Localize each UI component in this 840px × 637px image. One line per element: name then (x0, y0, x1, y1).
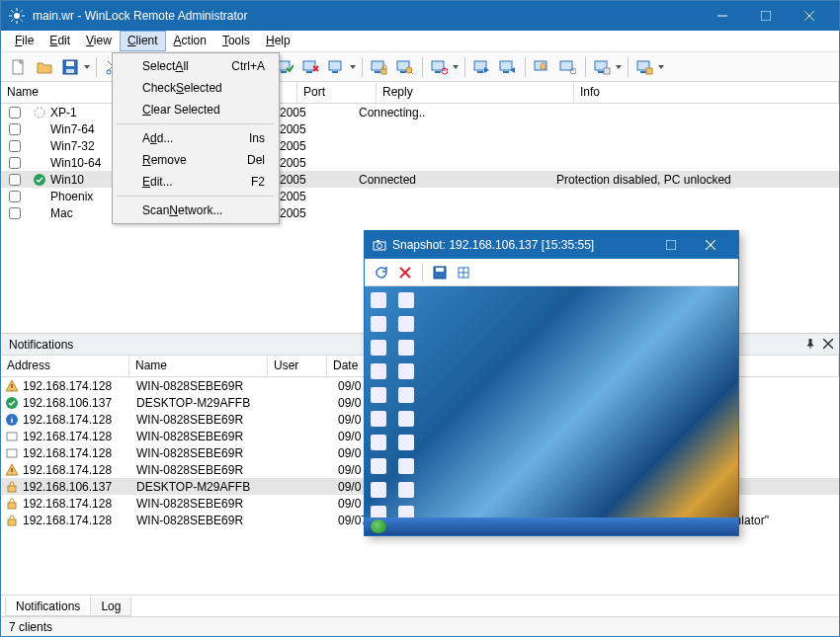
shutdown-button[interactable] (427, 55, 451, 79)
notif-name: WIN-0828SEBE69R (136, 497, 275, 511)
client-checkbox[interactable] (9, 157, 21, 169)
menu-file[interactable]: File (7, 31, 42, 51)
settings-dropdown[interactable] (614, 55, 624, 79)
send-button[interactable] (469, 55, 493, 79)
client-checkbox[interactable] (9, 107, 21, 119)
profiles-button[interactable] (632, 55, 656, 79)
notif-address: 192.168.106.137 (23, 396, 136, 410)
menu-help[interactable]: Help (258, 31, 298, 51)
save-snapshot-icon[interactable] (429, 262, 451, 283)
col-info[interactable]: Info (574, 82, 839, 103)
open-button[interactable] (33, 55, 56, 79)
notif-name: DESKTOP-M29AFFB (136, 480, 275, 494)
remote-taskbar (365, 518, 738, 535)
client-dropdown: Select AllCtrl+A Check Selected Clear Se… (112, 52, 280, 224)
ncol-address[interactable]: Address (1, 356, 129, 376)
client-checkbox[interactable] (9, 191, 21, 202)
notif-name: WIN-0828SEBE69R (136, 379, 275, 393)
snapshot-titlebar[interactable]: Snapshot: 192.168.106.137 [15:35:55] (365, 231, 738, 259)
new-button[interactable] (7, 55, 31, 79)
notif-address: 192.168.174.128 (23, 413, 136, 427)
pin-icon[interactable] (805, 338, 815, 352)
ncol-name[interactable]: Name (129, 356, 268, 376)
shutdown-dropdown[interactable] (451, 55, 461, 79)
notif-name: WIN-0828SEBE69R (136, 413, 275, 427)
tab-notifications[interactable]: Notifications (5, 597, 91, 616)
svg-rect-35 (477, 71, 483, 73)
menu-add[interactable]: Add...Ins (115, 127, 277, 149)
menu-edit-item[interactable]: Edit...F2 (115, 171, 277, 193)
menu-separator (117, 123, 275, 124)
profiles-dropdown[interactable] (656, 55, 666, 79)
camera-icon (373, 238, 386, 252)
alert-button[interactable] (555, 55, 579, 79)
snapshot-window[interactable]: Snapshot: 192.168.106.137 [15:35:55] (364, 230, 739, 536)
fit-icon[interactable] (453, 262, 474, 283)
bell-button[interactable] (530, 55, 553, 79)
client-checkbox[interactable] (9, 123, 21, 135)
settings-button[interactable] (590, 55, 614, 79)
client-checkbox[interactable] (9, 174, 21, 186)
client-info: Protection disabled, PC unlocked (552, 173, 839, 187)
menu-clear-selected[interactable]: Clear Selected (115, 99, 277, 120)
menu-edit[interactable]: Edit (42, 31, 78, 51)
refresh-icon[interactable] (371, 262, 392, 283)
client-port: 2005 (276, 156, 355, 170)
notif-icon (1, 379, 23, 393)
save-button[interactable] (58, 55, 82, 79)
menu-remove[interactable]: RemoveDel (115, 149, 277, 171)
client-checkbox[interactable] (9, 140, 21, 152)
svg-rect-27 (381, 69, 386, 74)
menu-check-selected[interactable]: Check Selected (115, 77, 277, 99)
svg-rect-42 (598, 71, 604, 73)
col-reply[interactable]: Reply (377, 82, 574, 103)
col-port[interactable]: Port (297, 82, 377, 103)
notif-name: WIN-0828SEBE69R (136, 514, 275, 527)
lock-button[interactable] (367, 55, 390, 79)
close-pane-icon[interactable] (823, 338, 833, 352)
svg-rect-36 (500, 61, 512, 70)
snapshot-close[interactable] (691, 231, 730, 259)
svg-point-47 (35, 108, 44, 118)
client-port: 2005 (276, 173, 355, 187)
menu-action[interactable]: Action (166, 31, 214, 51)
svg-rect-5 (66, 69, 74, 73)
disconnect-button[interactable] (298, 55, 322, 79)
menu-tools[interactable]: Tools (214, 31, 258, 51)
svg-rect-45 (640, 71, 646, 73)
notif-address: 192.168.174.128 (23, 463, 136, 477)
svg-point-0 (14, 13, 20, 19)
notif-icon (1, 480, 23, 494)
snapshot-button[interactable] (324, 55, 348, 79)
save-dropdown[interactable] (82, 55, 92, 79)
client-name: Win10-64 (50, 156, 101, 170)
svg-rect-52 (7, 449, 17, 457)
snapshot-dropdown[interactable] (348, 55, 358, 79)
close-button[interactable] (788, 1, 831, 31)
notif-address: 192.168.174.128 (23, 497, 136, 511)
svg-rect-61 (436, 268, 444, 272)
tab-log[interactable]: Log (90, 597, 131, 616)
notif-icon (1, 514, 23, 527)
menu-select-all[interactable]: Select AllCtrl+A (115, 55, 277, 77)
menu-scan-network[interactable]: Scan Network... (115, 199, 277, 221)
maximize-button[interactable] (744, 1, 788, 31)
notif-icon (1, 430, 23, 443)
client-name: Win7-32 (50, 139, 95, 153)
snapshot-maximize[interactable] (651, 231, 691, 259)
receive-button[interactable] (495, 55, 519, 79)
menu-client[interactable]: Client (120, 31, 166, 51)
notif-address: 192.168.174.128 (23, 430, 136, 443)
client-checkbox[interactable] (9, 207, 21, 219)
notif-icon (1, 446, 23, 460)
menu-view[interactable]: View (78, 31, 120, 51)
notif-name: WIN-0828SEBE69R (136, 446, 275, 460)
stop-icon[interactable] (394, 262, 416, 283)
svg-rect-54 (8, 503, 16, 509)
unlock-button[interactable] (392, 55, 416, 79)
ncol-user[interactable]: User (268, 356, 327, 376)
window-title: main.wr - WinLock Remote Administrator (33, 9, 701, 23)
client-port: 2005 (276, 139, 355, 153)
minimize-button[interactable] (701, 1, 744, 31)
menu-separator (117, 196, 275, 197)
